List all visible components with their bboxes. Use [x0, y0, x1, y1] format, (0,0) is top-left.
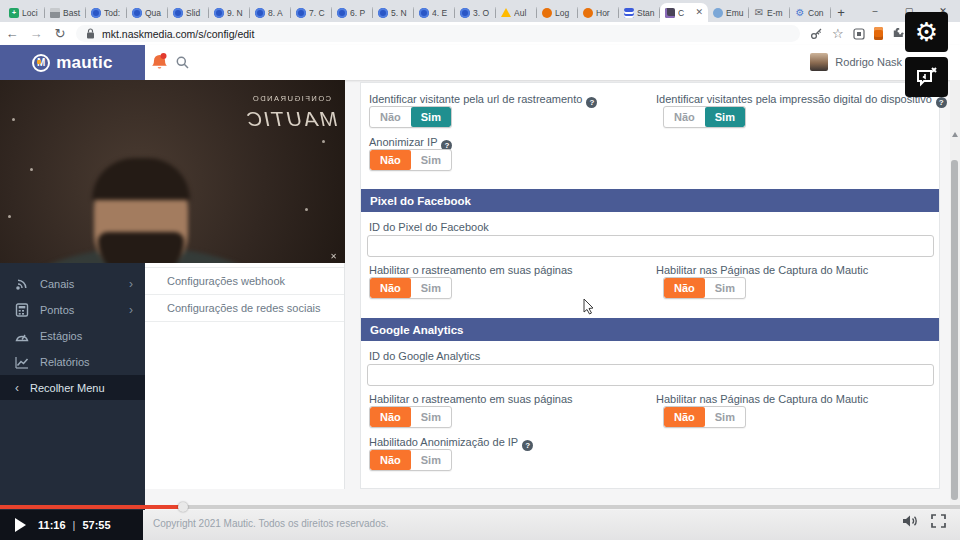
calculator-icon — [15, 303, 29, 317]
sidebar-item-estagios[interactable]: Estágios — [0, 323, 145, 349]
toggle-yes[interactable]: Sim — [705, 107, 745, 127]
address-bar[interactable]: mkt.naskmedia.com/s/config/edit — [76, 25, 800, 42]
google-capture-toggle[interactable]: Não Sim — [663, 406, 746, 428]
browser-tab[interactable]: Hor — [578, 3, 619, 22]
sidebar-item-recolher-menu[interactable]: ‹ Recolher Menu — [0, 375, 145, 400]
browser-tab[interactable]: Qua — [127, 3, 168, 22]
browser-tab[interactable]: C✕ — [660, 3, 708, 22]
toggle-no[interactable]: Não — [664, 107, 705, 127]
toggle-yes[interactable]: Sim — [411, 278, 451, 298]
minimize-button[interactable]: – — [858, 0, 892, 22]
sidebar-item-canais[interactable]: Canais › — [0, 271, 145, 297]
browser-tab[interactable]: 3. O — [455, 3, 496, 22]
password-key-icon[interactable] — [810, 27, 823, 40]
battery-extension-icon[interactable] — [874, 27, 883, 40]
toggle-no[interactable]: Não — [664, 407, 705, 427]
facebook-capture-toggle[interactable]: Não Sim — [663, 277, 746, 299]
forward-icon[interactable]: → — [24, 26, 48, 41]
volume-icon[interactable] — [902, 514, 919, 528]
brand-name: mautic — [56, 53, 113, 73]
sidebar-item-relatorios[interactable]: Relatórios — [0, 349, 145, 375]
browser-tab[interactable]: 6. P — [332, 3, 373, 22]
tracking-url-toggle[interactable]: Não Sim — [369, 106, 452, 128]
tab-label: Stan — [637, 8, 655, 18]
facebook-pixel-id-input[interactable] — [367, 235, 934, 257]
back-icon[interactable]: ← — [0, 26, 24, 41]
browser-tab[interactable]: 9. N — [209, 3, 250, 22]
scrollbar-thumb[interactable] — [951, 160, 958, 500]
lock-icon — [86, 28, 95, 39]
browser-tab[interactable]: 8. A — [250, 3, 291, 22]
play-icon[interactable] — [15, 518, 26, 532]
new-tab-button[interactable]: + — [831, 3, 851, 22]
google-analytics-id-input[interactable] — [367, 364, 934, 386]
toggle-yes[interactable]: Sim — [411, 107, 451, 127]
page-scrollbar[interactable] — [950, 80, 960, 510]
browser-tab[interactable]: Tod: — [86, 3, 127, 22]
help-icon[interactable]: ? — [586, 97, 597, 108]
tab-label: 9. N — [227, 8, 245, 18]
browser-tab[interactable]: 5. N — [373, 3, 414, 22]
anonymize-ip-toggle[interactable]: Não Sim — [369, 149, 452, 171]
browser-tab[interactable]: Bast — [45, 3, 86, 22]
webcam-close-icon[interactable]: ✕ — [330, 252, 337, 261]
toggle-yes[interactable]: Sim — [411, 450, 451, 470]
fullscreen-icon[interactable] — [931, 514, 946, 528]
bookmark-star-icon[interactable]: ☆ — [832, 27, 844, 40]
gauge-icon — [15, 330, 29, 342]
sidebar-item-pontos[interactable]: Pontos › — [0, 297, 145, 323]
google-anonymize-toggle[interactable]: Não Sim — [369, 449, 452, 471]
toggle-no[interactable]: Não — [664, 278, 705, 298]
browser-tab[interactable]: Log — [537, 3, 578, 22]
mautic-logo[interactable]: M mautic — [0, 45, 145, 80]
fingerprint-toggle[interactable]: Não Sim — [663, 106, 746, 128]
sidebar-label: Estágios — [40, 330, 82, 342]
screen: +LociBastTod:QuaSlid9. N8. A7. C6. P5. N… — [0, 0, 960, 540]
toggle-no[interactable]: Não — [370, 150, 411, 170]
help-icon[interactable]: ? — [936, 97, 947, 108]
webcam-overlay[interactable]: CONFIGURANDO MAUTIC ✕ — [0, 80, 345, 263]
overlay-settings-button[interactable]: ⚙ — [905, 12, 948, 52]
video-progress-bar[interactable] — [0, 505, 960, 509]
time-total: 57:55 — [82, 519, 110, 531]
help-icon[interactable]: ? — [522, 440, 533, 451]
tab-label: 4. E — [432, 8, 450, 18]
toggle-yes[interactable]: Sim — [411, 150, 451, 170]
extension-box-icon[interactable] — [853, 28, 865, 40]
toggle-yes[interactable]: Sim — [705, 278, 745, 298]
subnav-item-redes-sociais[interactable]: Configurações de redes sociais — [145, 294, 344, 321]
browser-tab[interactable]: Emu — [708, 3, 749, 22]
search-icon[interactable] — [176, 56, 189, 69]
overlay-annotation-button[interactable] — [905, 57, 948, 97]
chart-favicon-icon — [50, 8, 60, 18]
envelope-favicon-icon: ✉ — [754, 8, 764, 18]
refresh-icon[interactable]: ↻ — [48, 26, 72, 41]
browser-tab[interactable]: 4. E — [414, 3, 455, 22]
browser-tab[interactable]: Slid — [168, 3, 209, 22]
browser-tab[interactable]: ⚙Con — [790, 3, 831, 22]
tab-label: 8. A — [268, 8, 286, 18]
google-track-toggle[interactable]: Não Sim — [369, 406, 452, 428]
toggle-no[interactable]: Não — [370, 278, 411, 298]
tab-label: C — [678, 8, 692, 18]
browser-tab[interactable]: Aul — [496, 3, 537, 22]
extensions-puzzle-icon[interactable] — [892, 27, 905, 40]
user-menu[interactable]: Rodrigo Nask — [810, 53, 902, 71]
toggle-no[interactable]: Não — [370, 407, 411, 427]
toggle-no[interactable]: Não — [370, 107, 411, 127]
browser-tab[interactable]: ✉E-m — [749, 3, 790, 22]
subnav-item-webhook[interactable]: Configurações webhook — [145, 267, 344, 294]
browser-tab[interactable]: Stan — [619, 3, 660, 22]
tab-label: Slid — [186, 8, 204, 18]
close-tab-icon[interactable]: ✕ — [695, 8, 703, 17]
toggle-yes[interactable]: Sim — [705, 407, 745, 427]
toggle-yes[interactable]: Sim — [411, 407, 451, 427]
orange-favicon-icon — [583, 8, 593, 18]
notifications-bell-icon[interactable] — [150, 52, 169, 73]
blue-c-favicon-icon — [337, 8, 347, 18]
browser-tab[interactable]: +Loci — [4, 3, 45, 22]
facebook-track-toggle[interactable]: Não Sim — [369, 277, 452, 299]
scroll-up-arrow-icon[interactable] — [952, 132, 958, 137]
toggle-no[interactable]: Não — [370, 450, 411, 470]
browser-tab[interactable]: 7. C — [291, 3, 332, 22]
